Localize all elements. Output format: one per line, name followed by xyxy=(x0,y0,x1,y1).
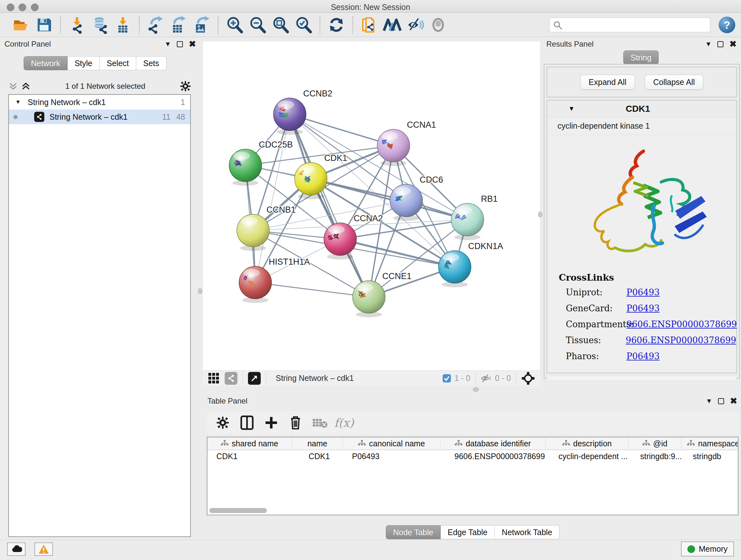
panel-close-icon[interactable]: ✖ xyxy=(729,39,737,49)
import-network-from-database-icon[interactable] xyxy=(90,15,110,35)
panel-float-icon[interactable] xyxy=(718,398,724,404)
cloud-status-button[interactable] xyxy=(7,543,25,556)
cell-id: stringdb:9... xyxy=(629,452,681,461)
zoom-out-icon[interactable] xyxy=(248,15,267,35)
tab-edge-table[interactable]: Edge Table xyxy=(441,525,495,539)
network-edge-CCNB2-CCNE1[interactable] xyxy=(290,114,369,297)
network-row[interactable]: String Network – cdk1 11 48 xyxy=(9,110,190,124)
warning-status-button[interactable] xyxy=(35,543,53,556)
tab-string[interactable]: String xyxy=(623,51,659,64)
left-splitter-handle[interactable] xyxy=(198,288,202,294)
panel-menu-icon[interactable]: ▼ xyxy=(706,397,713,405)
network-node-CCNB1[interactable]: CCNB1 xyxy=(237,205,296,251)
column-header-namespace[interactable]: namespace xyxy=(681,437,738,449)
update-network-icon[interactable] xyxy=(327,15,346,35)
crosslink-tissues-link[interactable]: 9606.ENSP00000378699 xyxy=(626,335,736,345)
crosslink-pharos-link[interactable]: P06493 xyxy=(626,351,660,361)
import-network-from-file-icon[interactable] xyxy=(67,15,86,35)
network-selection-summary: 1 of 1 Network selected xyxy=(30,82,180,91)
column-header-description[interactable]: description xyxy=(546,437,629,449)
column-type-icon xyxy=(358,440,366,447)
open-session-icon[interactable] xyxy=(11,15,30,35)
pan-crosshair-icon[interactable] xyxy=(522,372,535,385)
tab-node-table[interactable]: Node Table xyxy=(386,525,441,539)
crosslink-genecard-link[interactable]: P06493 xyxy=(626,303,660,313)
expand-all-networks-icon[interactable] xyxy=(21,81,30,91)
bottom-splitter-handle[interactable] xyxy=(473,387,479,392)
panel-close-icon[interactable]: ✖ xyxy=(189,39,196,49)
table-horizontal-scrollbar[interactable] xyxy=(209,508,267,513)
save-session-icon[interactable] xyxy=(35,15,54,35)
cloud-icon xyxy=(10,545,22,553)
right-splitter-handle[interactable] xyxy=(538,212,542,217)
show-columns-icon[interactable] xyxy=(238,414,256,432)
panel-menu-icon[interactable]: ▼ xyxy=(165,40,172,48)
network-node-HIST1H1A[interactable]: HIST1H1A xyxy=(239,257,310,303)
column-header-canonical-name[interactable]: canonical name xyxy=(343,437,441,449)
collapse-entry-icon[interactable]: ▼ xyxy=(568,105,575,112)
crosslink-uniprot-link[interactable]: P06493 xyxy=(626,287,660,297)
column-header-name[interactable]: name xyxy=(292,437,343,449)
show-all-icon[interactable] xyxy=(428,15,448,35)
fit-content-icon[interactable] xyxy=(271,15,290,35)
selected-checkbox-icon[interactable] xyxy=(442,374,451,383)
tree-expand-icon[interactable]: ▼ xyxy=(15,99,21,105)
table-row[interactable]: CDK1 CDK1 P06493 9606.ENSP00000378699 cy… xyxy=(207,450,738,462)
string-view-icon[interactable] xyxy=(225,372,238,385)
crosslink-compartments-link[interactable]: 9606.ENSP00000378699 xyxy=(626,319,737,329)
tab-style[interactable]: Style xyxy=(68,56,100,70)
results-scroll-track[interactable] xyxy=(547,376,737,381)
zoom-selected-icon[interactable] xyxy=(294,15,313,35)
network-edge-HIST1H1A-CCNE1[interactable] xyxy=(255,283,369,297)
column-header-id[interactable]: @id xyxy=(629,437,681,449)
grid-view-icon[interactable] xyxy=(207,372,220,385)
collapse-all-button[interactable]: Collapse All xyxy=(645,75,704,90)
tab-network[interactable]: Network xyxy=(23,56,68,70)
tab-sets[interactable]: Sets xyxy=(136,56,166,70)
hidden-eye-icon xyxy=(481,374,492,383)
network-node-RB1[interactable]: RB1 xyxy=(451,194,498,240)
create-column-icon[interactable] xyxy=(262,414,280,432)
first-neighbors-icon[interactable] xyxy=(383,15,402,35)
help-icon[interactable]: ? xyxy=(719,17,735,33)
tab-select[interactable]: Select xyxy=(99,56,136,70)
network-edge-CDK1-RB1[interactable] xyxy=(311,179,468,220)
search-input[interactable] xyxy=(549,17,711,32)
import-table-from-file-icon[interactable] xyxy=(113,15,132,35)
network-node-label: CDK1 xyxy=(324,153,347,163)
control-panel-tabs: Network Style Select Sets xyxy=(23,56,166,70)
column-header-database-identifier[interactable]: database identifier xyxy=(441,437,546,449)
birdseye-view-icon[interactable] xyxy=(248,372,261,385)
panel-float-icon[interactable] xyxy=(718,41,724,47)
export-image-icon[interactable] xyxy=(192,15,211,35)
network-node-CDC25B[interactable]: CDC25B xyxy=(229,140,293,186)
export-network-icon[interactable] xyxy=(146,15,165,35)
panel-menu-icon[interactable]: ▼ xyxy=(705,40,712,48)
network-node-CDKN1A[interactable]: CDKN1A xyxy=(439,241,503,287)
network-collection-row[interactable]: ▼ String Network – cdk1 1 xyxy=(9,95,190,110)
toolbar-separator xyxy=(243,372,243,385)
node-name: CDK1 xyxy=(575,104,701,114)
memory-status-button[interactable]: Memory xyxy=(681,542,734,557)
memory-label: Memory xyxy=(699,544,728,554)
network-node-CCNE1[interactable]: CCNE1 xyxy=(353,271,412,317)
table-options-gear-icon[interactable] xyxy=(214,414,232,432)
window-titlebar: Session: New Session xyxy=(0,0,741,13)
node-details-header[interactable]: ▼ CDK1 xyxy=(547,101,736,117)
column-header-shared-name[interactable]: shared name xyxy=(207,437,292,449)
panel-float-icon[interactable] xyxy=(177,41,183,47)
zoom-in-icon[interactable] xyxy=(225,15,244,35)
hide-selected-icon[interactable] xyxy=(406,15,425,35)
column-type-icon xyxy=(643,440,650,447)
clone-network-icon[interactable] xyxy=(360,15,379,35)
network-canvas[interactable]: CCNB2CCNA1CDC25BCDK1CDC6RB1CCNB1CCNA2CDK… xyxy=(203,42,540,370)
tab-network-table[interactable]: Network Table xyxy=(495,525,559,539)
toolbar-separator xyxy=(516,372,516,385)
panel-close-icon[interactable]: ✖ xyxy=(730,396,737,406)
delete-column-icon[interactable] xyxy=(286,414,305,432)
expand-all-button[interactable]: Expand All xyxy=(580,75,635,90)
export-table-icon[interactable] xyxy=(169,15,188,35)
collapse-all-networks-icon[interactable] xyxy=(8,81,18,91)
network-node-CCNB2[interactable]: CCNB2 xyxy=(273,89,333,135)
network-options-gear-icon[interactable] xyxy=(180,81,191,91)
